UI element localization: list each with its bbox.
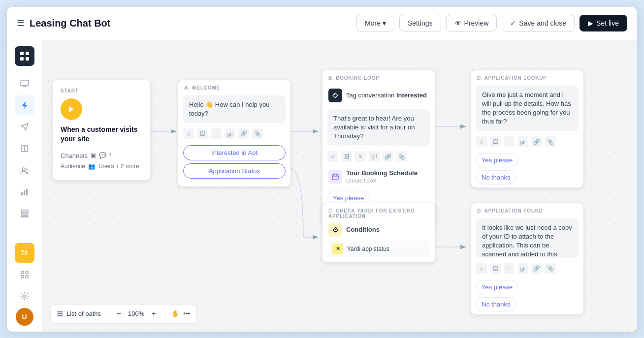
svg-rect-13 <box>26 271 28 274</box>
save-close-button[interactable]: ✓ Save and close <box>502 15 575 31</box>
main: 70 U <box>7 40 637 332</box>
format-icon: ≡ <box>211 128 222 139</box>
svg-point-21 <box>334 94 335 95</box>
emoji-icon-l: ☺ <box>476 136 487 147</box>
toolbar-divider-2 <box>165 309 165 319</box>
yardi-header: C. CHECK YARDI FOR EXISTING APPLICATION <box>328 208 429 219</box>
list-paths-item[interactable]: List of paths <box>57 310 101 317</box>
conditions-row: ⚙ Conditions <box>328 223 429 237</box>
tag-icon <box>328 89 342 102</box>
tag-text: Tag conversation Interested <box>346 92 427 99</box>
audience-label: Audience <box>61 161 85 172</box>
settings-button[interactable]: Settings <box>399 15 441 31</box>
svg-rect-22 <box>332 175 338 180</box>
preview-button[interactable]: 👁 Preview <box>446 15 497 31</box>
gif-icon-f: gif <box>517 263 528 274</box>
format-icon-b: ≡ <box>355 151 366 162</box>
user-avatar[interactable]: U <box>16 308 33 326</box>
channel-monitor-icon: ▣ <box>91 151 96 161</box>
sidebar-icon-book[interactable] <box>15 139 34 158</box>
channels-label: Channels <box>61 150 88 161</box>
svg-rect-11 <box>21 216 28 217</box>
sidebar-logo <box>15 46 34 66</box>
image-icon: 🖼 <box>197 128 208 139</box>
application-status-button[interactable]: Application Status <box>183 163 286 179</box>
hand-tool[interactable]: ✋ <box>171 310 179 317</box>
found-chat-actions: ☺ 🖼 ≡ gif 🔗 📎 <box>471 260 583 277</box>
sidebar-icon-apps[interactable] <box>15 265 34 284</box>
gif-icon: gif <box>225 128 235 139</box>
svg-rect-10 <box>21 213 28 215</box>
app-container: ☰ Leasing Chat Bot More ▾ Settings 👁 Pre… <box>7 7 637 332</box>
format-icon-l: ≡ <box>504 136 515 147</box>
zoom-minus-button[interactable]: − <box>113 308 124 319</box>
link-icon-f: 🔗 <box>531 263 542 274</box>
found-yes-button[interactable]: Yes please <box>476 280 518 294</box>
status-x-icon: ✕ <box>332 244 343 254</box>
eye-icon: 👁 <box>454 19 461 27</box>
hand-icon: ✋ <box>171 310 179 317</box>
lookup-yes-button[interactable]: Yes please <box>476 153 518 167</box>
conditions-icon: ⚙ <box>328 223 342 237</box>
node-welcome: A. WELCOME Hello 👋 How can I help you to… <box>178 80 291 187</box>
sidebar-icon-bolt[interactable] <box>15 95 34 115</box>
svg-point-5 <box>22 168 25 171</box>
welcome-chat-actions: ☺ 🖼 ≡ gif 🔗 📎 <box>178 125 290 142</box>
svg-rect-6 <box>21 192 23 195</box>
start-node-title: When a customer visits your site <box>61 125 142 144</box>
svg-rect-15 <box>26 276 28 278</box>
chevron-down-icon: ▾ <box>383 19 386 27</box>
svg-rect-2 <box>20 57 24 61</box>
hamburger-icon[interactable]: ☰ <box>17 18 25 29</box>
header: ☰ Leasing Chat Bot More ▾ Settings 👁 Pre… <box>7 7 637 40</box>
found-message: It looks like we just need a copy of you… <box>476 218 579 258</box>
gif-icon-b: gif <box>369 151 380 162</box>
app-title: Leasing Chat Bot <box>30 18 110 29</box>
more-button[interactable]: More ▾ <box>356 15 394 31</box>
sidebar-icon-users[interactable] <box>15 160 34 180</box>
attachment-icon-f: 📎 <box>545 263 556 274</box>
lookup-no-button[interactable]: No thanks <box>476 170 516 184</box>
link-icon-b: 🔗 <box>383 151 393 162</box>
node-lookup: D. APPLICATION LOOKUP Give me just a mom… <box>471 70 584 188</box>
sidebar-icon-chart[interactable] <box>15 182 34 202</box>
image-icon-f: 🖼 <box>490 263 501 274</box>
canvas: START When a customer visits your site C… <box>42 40 637 332</box>
sidebar-icon-settings[interactable] <box>15 286 34 306</box>
toolbar-divider-1 <box>107 309 107 319</box>
welcome-message: Hello 👋 How can I help you today? <box>183 95 286 123</box>
emoji-icon-f: ☺ <box>476 263 487 274</box>
zoom-control: − 100% + <box>113 308 159 319</box>
node-start: START When a customer visits your site C… <box>52 80 151 181</box>
svg-rect-14 <box>21 276 24 278</box>
gif-icon-l: gif <box>517 136 528 147</box>
sidebar: 70 U <box>7 40 42 332</box>
header-left: ☰ Leasing Chat Bot <box>17 18 110 29</box>
sidebar-icon-stack[interactable] <box>15 204 34 223</box>
audience-icon: 👥 <box>88 161 96 172</box>
welcome-header: A. WELCOME <box>178 80 290 93</box>
check-icon: ✓ <box>510 19 516 27</box>
tag-row: Tag conversation Interested <box>322 84 435 107</box>
zoom-plus-button[interactable]: + <box>148 308 159 319</box>
svg-point-16 <box>23 295 26 297</box>
channel-whatsapp-icon: 💬 <box>99 151 106 161</box>
more-options[interactable]: ••• <box>183 310 190 317</box>
link-icon: 🔗 <box>238 128 249 139</box>
start-node-meta: Channels ▣ 💬 f Audience 👥 Users + 2 more <box>61 150 142 172</box>
set-live-button[interactable]: ▶ Set live <box>580 15 627 31</box>
svg-rect-1 <box>26 52 29 55</box>
sidebar-icon-monitor[interactable] <box>15 74 34 93</box>
channels-row: Channels ▣ 💬 f <box>61 150 142 161</box>
conditions-text: Conditions <box>346 226 380 233</box>
sidebar-icon-send[interactable] <box>15 117 34 137</box>
interested-apt-button[interactable]: Interested in Apt <box>183 145 286 160</box>
svg-rect-4 <box>21 80 29 86</box>
node-start-label: START <box>61 88 142 93</box>
sidebar-badge-70[interactable]: 70 <box>15 243 34 263</box>
emoji-icon: ☺ <box>183 128 194 139</box>
attachment-icon-b: 📎 <box>396 151 407 162</box>
play-icon: ▶ <box>588 19 593 27</box>
link-icon-l: 🔗 <box>531 136 542 147</box>
found-no-button[interactable]: No thanks <box>476 297 516 311</box>
